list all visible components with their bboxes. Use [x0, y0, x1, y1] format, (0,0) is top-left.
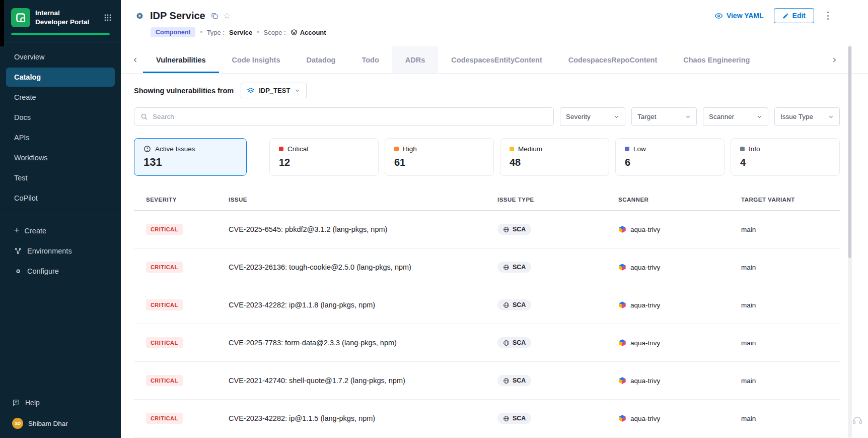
- plus-icon: +: [14, 226, 20, 235]
- tab-datadog[interactable]: Datadog: [293, 46, 348, 73]
- sidebar-secondary-nav: + Create Environments Configure: [0, 219, 121, 282]
- app-switcher-button[interactable]: [102, 12, 114, 24]
- tabs-scroll-right-button[interactable]: [827, 46, 842, 73]
- low-count: 6: [625, 157, 715, 168]
- product-name: Internal Developer Portal: [35, 9, 92, 26]
- tab-codespaces-entity-content[interactable]: CodespacesEntityContent: [438, 46, 555, 73]
- tabs-scroll-left-button[interactable]: [128, 46, 143, 73]
- sidebar-item-configure[interactable]: Configure: [6, 262, 115, 281]
- search-box: [134, 107, 554, 126]
- issue-type-chip: SCA: [497, 337, 531, 348]
- meta-separator: •: [200, 29, 202, 36]
- tab-code-insights[interactable]: Code Insights: [219, 46, 294, 73]
- nav-label: Overview: [14, 53, 44, 61]
- sidebar-item-overview[interactable]: Overview: [6, 47, 115, 67]
- low-card[interactable]: Low 6: [615, 138, 725, 176]
- help-button[interactable]: Help: [0, 394, 121, 412]
- scanner-name: aqua-trivy: [630, 377, 660, 385]
- nav-label: APIs: [14, 134, 30, 142]
- tab-codespaces-repo-content[interactable]: CodespacesRepoContent: [555, 46, 670, 73]
- service-gear-icon: [134, 10, 146, 22]
- edit-button[interactable]: Edit: [774, 8, 814, 23]
- chevron-down-icon: [685, 114, 691, 119]
- table-row[interactable]: CRITICAL CVE-2023-42282: ip@1.1.8 (lang-…: [134, 286, 840, 324]
- nav-label: Configure: [27, 267, 59, 275]
- view-yaml-link[interactable]: View YAML: [714, 12, 764, 20]
- environments-icon: [14, 247, 22, 255]
- sca-globe-icon: [503, 378, 510, 384]
- tab-vulnerabilities[interactable]: Vulnerabilities: [143, 46, 219, 73]
- scope-value: Account: [300, 29, 326, 36]
- sidebar-item-test[interactable]: Test: [6, 168, 115, 187]
- search-input[interactable]: [153, 113, 547, 120]
- window-corner-strip: [0, 0, 4, 46]
- issue-type-label: SCA: [513, 415, 526, 422]
- sidebar-item-docs[interactable]: Docs: [6, 108, 115, 127]
- sidebar-item-environments[interactable]: Environments: [6, 241, 115, 261]
- chevron-down-icon: [828, 114, 834, 119]
- more-options-kebab-icon[interactable]: [824, 9, 832, 23]
- tab-todo[interactable]: Todo: [348, 46, 392, 73]
- sidebar-item-workflows[interactable]: Workflows: [6, 148, 115, 167]
- issue-title: CVE-2023-42282: ip@1.1.8 (lang-pkgs, npm…: [216, 301, 485, 309]
- headset-icon[interactable]: [852, 415, 863, 428]
- medium-count: 48: [510, 157, 600, 168]
- medium-card[interactable]: Medium 48: [500, 138, 609, 176]
- help-label: Help: [25, 399, 40, 407]
- search-icon: [140, 113, 148, 120]
- info-color-swatch: [740, 147, 745, 151]
- scrollbar-thumb[interactable]: [848, 46, 851, 258]
- issue-title: CVE-2025-7783: form-data@2.3.3 (lang-pkg…: [216, 339, 485, 347]
- view-yaml-label: View YAML: [727, 12, 764, 20]
- medium-label: Medium: [518, 145, 542, 153]
- sidebar-spacer: [0, 282, 121, 394]
- severity-filter-dropdown[interactable]: Severity: [560, 107, 625, 126]
- scanner-cell: aqua-trivy: [606, 263, 729, 271]
- high-card[interactable]: High 61: [385, 138, 494, 176]
- chevron-left-icon: [132, 56, 139, 64]
- sidebar-item-create-action[interactable]: + Create: [6, 221, 115, 240]
- variant-row: Showing vulnerabilities from IDP_TEST: [134, 83, 840, 98]
- critical-card[interactable]: Critical 12: [269, 138, 379, 176]
- favorite-star-icon[interactable]: ☆: [223, 12, 231, 20]
- target-variant: main: [729, 301, 840, 309]
- active-issues-card[interactable]: Active Issues 131: [134, 138, 247, 176]
- sidebar-item-copilot[interactable]: CoPilot: [6, 189, 115, 208]
- chevron-down-icon: [295, 88, 300, 93]
- issue-type-chip: SCA: [497, 224, 531, 235]
- variant-dropdown[interactable]: IDP_TEST: [241, 83, 307, 98]
- sidebar-item-create[interactable]: Create: [6, 88, 115, 107]
- low-label: Low: [633, 145, 646, 153]
- issue-title: CVE-2025-6545: pbkdf2@3.1.2 (lang-pkgs, …: [216, 225, 485, 233]
- info-card[interactable]: Info 4: [731, 138, 840, 176]
- chevron-down-icon: [614, 114, 619, 119]
- severity-badge: CRITICAL: [146, 337, 183, 348]
- summary-cards-row: Active Issues 131 Critical 12 High: [134, 138, 840, 176]
- sidebar-item-apis[interactable]: APIs: [6, 128, 115, 147]
- copy-name-button[interactable]: [211, 12, 219, 20]
- scanner-filter-dropdown[interactable]: Scanner: [703, 107, 768, 126]
- issue-type-label: SCA: [513, 301, 526, 308]
- critical-color-swatch: [279, 147, 283, 151]
- severity-badge: CRITICAL: [146, 262, 183, 273]
- tab-chaos-engineering[interactable]: Chaos Engineering: [670, 46, 763, 73]
- table-row[interactable]: CRITICAL CVE-2021-42740: shell-quote@1.7…: [134, 362, 840, 400]
- table-row[interactable]: CRITICAL CVE-2025-6545: pbkdf2@3.1.2 (la…: [134, 211, 840, 248]
- user-menu[interactable]: SD Shibam Dhar: [0, 412, 121, 438]
- active-issues-label: Active Issues: [155, 145, 195, 153]
- sidebar-item-catalog[interactable]: Catalog: [6, 68, 115, 87]
- col-severity: SEVERITY: [134, 189, 216, 210]
- high-count: 61: [394, 157, 484, 168]
- table-row[interactable]: CRITICAL CVE-2025-7783: form-data@2.3.3 …: [134, 324, 840, 362]
- issue-type-filter-dropdown[interactable]: Issue Type: [774, 107, 840, 126]
- table-row[interactable]: CRITICAL CVE-2023-42282: ip@1.1.5 (lang-…: [134, 400, 840, 437]
- scanner-cell: aqua-trivy: [606, 301, 729, 309]
- high-color-swatch: [394, 147, 399, 151]
- sca-globe-icon: [503, 264, 510, 271]
- target-filter-dropdown[interactable]: Target: [631, 107, 697, 126]
- entity-meta-row: Component • Type : Service • Scope : Acc…: [151, 27, 832, 37]
- table-row[interactable]: CRITICAL CVE-2023-26136: tough-cookie@2.…: [134, 248, 840, 286]
- scrollbar-track[interactable]: [848, 45, 852, 438]
- tab-bar: Vulnerabilities Code Insights Datadog To…: [121, 46, 868, 74]
- tab-adrs[interactable]: ADRs: [392, 46, 438, 73]
